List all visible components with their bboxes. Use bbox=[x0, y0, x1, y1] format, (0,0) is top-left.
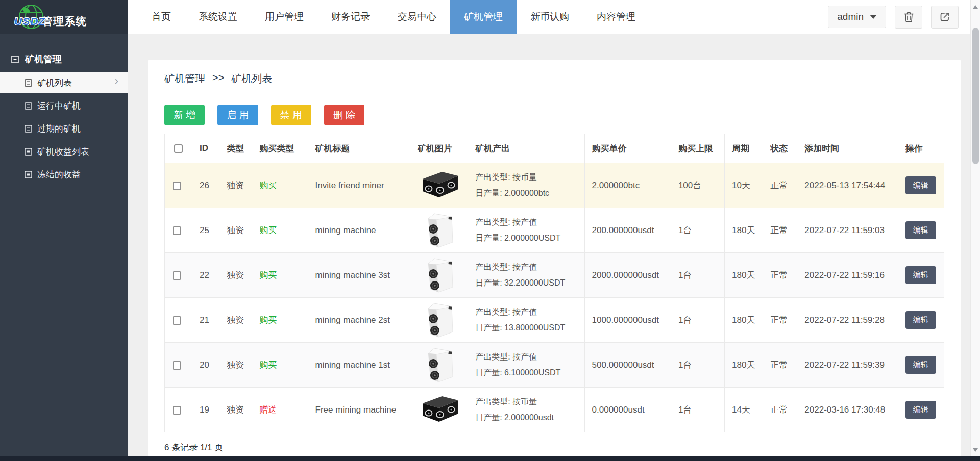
cell-price: 2.000000btc bbox=[584, 163, 671, 208]
nav-item-content-management[interactable]: 内容管理 bbox=[583, 0, 649, 34]
cell-added-time: 2022-05-13 17:54:44 bbox=[797, 163, 898, 208]
table-header: ID 类型 购买类型 矿机标题 矿机图片 矿机产出 购买单价 购买上限 周期 状… bbox=[165, 134, 944, 163]
sidebar-item-label: 过期的矿机 bbox=[37, 123, 81, 135]
add-button[interactable]: 新 增 bbox=[164, 105, 205, 125]
nav-item-system-settings[interactable]: 系统设置 bbox=[185, 0, 251, 34]
cell-type: 独资 bbox=[219, 343, 252, 388]
sidebar: USDZ 管理系统 矿机管理 矿机列表 › 运行中矿机 过期的矿机 bbox=[0, 0, 128, 461]
delete-button[interactable]: 删 除 bbox=[324, 105, 364, 125]
top-navbar: 首页 系统设置 用户管理 财务记录 交易中心 矿机管理 新币认购 内容管理 ad… bbox=[128, 0, 980, 34]
user-dropdown[interactable]: admin bbox=[828, 6, 886, 28]
nav-item-miner-management[interactable]: 矿机管理 bbox=[450, 0, 517, 34]
scrollbar-down-arrow[interactable] bbox=[971, 448, 980, 452]
miner-image bbox=[424, 375, 454, 385]
edit-button[interactable]: 编辑 bbox=[905, 221, 936, 239]
nav-items: 首页 系统设置 用户管理 财务记录 交易中心 矿机管理 新币认购 内容管理 bbox=[138, 0, 649, 34]
cell-id: 22 bbox=[192, 253, 219, 298]
cell-status: 正常 bbox=[763, 298, 797, 343]
edit-button[interactable]: 编辑 bbox=[905, 401, 936, 419]
row-checkbox-cell bbox=[165, 163, 192, 208]
nav-item-home[interactable]: 首页 bbox=[138, 0, 185, 34]
output-daily-line: 日产量: 32.200000USDT bbox=[475, 275, 581, 291]
header-output: 矿机产出 bbox=[468, 134, 584, 163]
nav-item-new-coin-subscription[interactable]: 新币认购 bbox=[517, 0, 583, 34]
select-all-checkbox[interactable] bbox=[174, 144, 183, 153]
clear-cache-button[interactable] bbox=[895, 6, 922, 29]
row-checkbox-cell bbox=[165, 343, 192, 388]
edit-button[interactable]: 编辑 bbox=[905, 356, 936, 374]
app-window: USDZ 管理系统 矿机管理 矿机列表 › 运行中矿机 过期的矿机 bbox=[0, 0, 980, 461]
sidebar-section-header[interactable]: 矿机管理 bbox=[11, 53, 128, 65]
row-checkbox[interactable] bbox=[173, 361, 181, 370]
miner-image bbox=[424, 330, 454, 340]
disable-button[interactable]: 禁 用 bbox=[271, 105, 311, 125]
table-row: 26 独资 购买 Invite friend miner 产出类型: 按币量 日… bbox=[165, 163, 944, 208]
sidebar-item-label: 矿机收益列表 bbox=[37, 146, 89, 158]
output-daily-line: 日产量: 13.800000USDT bbox=[475, 320, 581, 336]
table-body: 26 独资 购买 Invite friend miner 产出类型: 按币量 日… bbox=[165, 163, 944, 432]
black-miner-image bbox=[418, 170, 460, 198]
sidebar-item-miner-income-list[interactable]: 矿机收益列表 bbox=[0, 141, 128, 162]
cell-price: 500.000000usdt bbox=[584, 343, 671, 388]
cell-type: 独资 bbox=[219, 208, 252, 253]
sidebar-item-miner-list[interactable]: 矿机列表 › bbox=[0, 72, 128, 93]
enable-button[interactable]: 启 用 bbox=[217, 105, 258, 125]
cell-id: 19 bbox=[192, 388, 219, 432]
cell-status: 正常 bbox=[763, 253, 797, 298]
cell-title: mining machine 2st bbox=[308, 298, 410, 343]
logout-button[interactable] bbox=[931, 6, 959, 29]
cell-miner-image bbox=[410, 343, 468, 388]
cell-miner-image bbox=[410, 208, 468, 253]
edit-button[interactable]: 编辑 bbox=[905, 176, 936, 194]
sidebar-item-frozen-income[interactable]: 冻结的收益 bbox=[0, 164, 128, 185]
nav-item-trade-center[interactable]: 交易中心 bbox=[384, 0, 450, 34]
table-row: 25 独资 购买 mining machine 产出类型: 按产值 日产量: 2… bbox=[165, 208, 944, 253]
row-checkbox-cell bbox=[165, 388, 192, 432]
sidebar-item-expired-miners[interactable]: 过期的矿机 bbox=[0, 118, 128, 139]
output-type-line: 产出类型: 按币量 bbox=[475, 394, 581, 409]
miner-image bbox=[418, 191, 460, 200]
output-type-line: 产出类型: 按产值 bbox=[475, 260, 581, 275]
vertical-scrollbar[interactable] bbox=[970, 0, 980, 461]
white-miner-image bbox=[424, 299, 454, 338]
row-checkbox[interactable] bbox=[173, 271, 181, 280]
edit-button[interactable]: 编辑 bbox=[905, 311, 936, 329]
nav-item-finance-records[interactable]: 财务记录 bbox=[317, 0, 384, 34]
miner-table: ID 类型 购买类型 矿机标题 矿机图片 矿机产出 购买单价 购买上限 周期 状… bbox=[164, 134, 944, 432]
collapse-icon bbox=[11, 56, 19, 63]
cell-id: 20 bbox=[192, 343, 219, 388]
cell-added-time: 2022-07-22 11:59:03 bbox=[797, 208, 898, 253]
cell-title: mining machine 3st bbox=[308, 253, 410, 298]
cell-period: 180天 bbox=[725, 343, 763, 388]
white-miner-image bbox=[424, 344, 454, 383]
row-checkbox-cell bbox=[165, 253, 192, 298]
cell-buy-type: 购买 bbox=[252, 298, 308, 343]
edit-button[interactable]: 编辑 bbox=[905, 266, 936, 284]
header-checkbox-cell bbox=[165, 134, 192, 163]
brand-logo: USDZ 管理系统 bbox=[0, 0, 128, 34]
nav-item-user-management[interactable]: 用户管理 bbox=[251, 0, 317, 34]
sidebar-item-running-miners[interactable]: 运行中矿机 bbox=[0, 95, 128, 116]
row-checkbox-cell bbox=[165, 208, 192, 253]
list-icon bbox=[24, 125, 32, 133]
breadcrumb-parent: 矿机管理 bbox=[164, 72, 205, 86]
header-actions: 操作 bbox=[898, 134, 944, 163]
header-buy-type: 购买类型 bbox=[252, 134, 308, 163]
scrollbar-thumb[interactable] bbox=[972, 28, 979, 164]
output-type-line: 产出类型: 按产值 bbox=[475, 304, 581, 320]
cell-added-time: 2022-03-16 17:30:48 bbox=[797, 388, 898, 432]
header-title: 矿机标题 bbox=[308, 134, 410, 163]
scrollbar-up-arrow[interactable] bbox=[971, 5, 980, 9]
cell-price: 0.000000usdt bbox=[584, 388, 671, 432]
miner-image bbox=[424, 286, 454, 295]
header-period: 周期 bbox=[725, 134, 763, 163]
cell-limit: 1台 bbox=[671, 298, 724, 343]
cell-period: 180天 bbox=[725, 253, 763, 298]
output-type-line: 产出类型: 按币量 bbox=[475, 170, 581, 185]
row-checkbox[interactable] bbox=[173, 316, 181, 325]
triangle-down-icon bbox=[973, 448, 978, 452]
row-checkbox[interactable] bbox=[173, 406, 181, 415]
cell-miner-image bbox=[410, 253, 468, 298]
row-checkbox[interactable] bbox=[173, 182, 181, 190]
row-checkbox[interactable] bbox=[173, 226, 181, 235]
